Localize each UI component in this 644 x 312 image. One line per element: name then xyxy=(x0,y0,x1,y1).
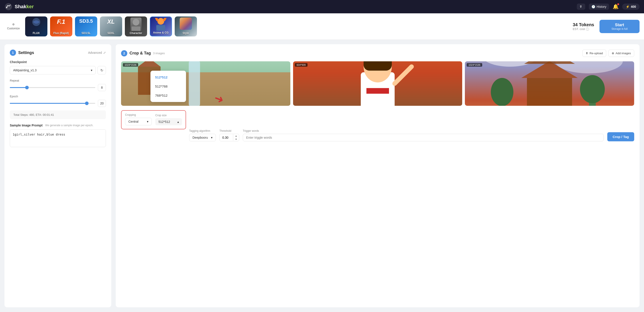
crop-tag-header: 2 Crop & Tag 3 images ⬆ Re-upload ⊕ Add … xyxy=(121,50,634,57)
logo: Shakker xyxy=(4,3,34,11)
model-flux-rapid[interactable]: F.1 Flux (Rapid) xyxy=(50,16,72,36)
sdxl-label: SDXL xyxy=(108,31,114,35)
style-label: Style xyxy=(182,31,189,35)
customize-button[interactable]: ⚙ Customize xyxy=(4,22,22,31)
lightning-icon: ⚡ xyxy=(626,5,630,8)
add-images-button[interactable]: ⊕ Add images xyxy=(608,50,634,57)
cropping-group: Cropping Central ▾ xyxy=(125,113,152,125)
refresh-button[interactable]: ↻ xyxy=(98,66,106,74)
app-name: Shakker xyxy=(15,4,34,9)
step-badge-2: 2 xyxy=(121,50,127,56)
mic-icon: 🎙 xyxy=(580,5,582,8)
threshold-value: 0.30 xyxy=(220,134,233,141)
checkpoint-row: AWpainting_v1.3 ▾ ↻ xyxy=(10,66,106,74)
notification-bell[interactable]: 🔔 xyxy=(612,4,619,9)
repeat-slider-fill xyxy=(10,87,27,88)
crop-tag-button[interactable]: Crop / Tag xyxy=(607,132,634,141)
tagging-select[interactable]: Deepbooru ▾ xyxy=(189,134,216,141)
crop-tag-title-text: Crop & Tag xyxy=(130,51,151,56)
threshold-up-button[interactable]: ▲ xyxy=(233,134,239,138)
full-controls-row: Tagging algorithm Deepbooru ▾ Threshold … xyxy=(121,129,634,141)
start-button[interactable]: Start Storage is full xyxy=(600,20,640,33)
sample-prompt-hint: We generate a sample image per epoch. xyxy=(45,124,94,127)
threshold-down-button[interactable]: ▼ xyxy=(233,138,239,141)
model-flux[interactable]: FLUX xyxy=(25,16,48,36)
chevron-down-icon: ▾ xyxy=(211,136,212,139)
epoch-slider-thumb[interactable] xyxy=(85,102,88,105)
checkpoint-label: Checkpoint xyxy=(10,60,106,64)
image-preview-2 xyxy=(293,61,462,106)
main-content: 1 Settings Advanced ⤢ Checkpoint AWpaint… xyxy=(0,40,644,312)
prompt-textarea[interactable]: 1girl,silver hair,blue dress xyxy=(10,129,106,147)
customize-label: Customize xyxy=(7,27,20,30)
microphone-button[interactable]: 🎙 xyxy=(577,3,585,10)
anime-cg-label: Anime & CG xyxy=(153,31,169,34)
cropping-value: Central xyxy=(128,120,138,123)
crop-size-section: 512*512 512*768 768*512 Cropping Central… xyxy=(121,110,186,129)
crop-tag-label: Crop / Tag xyxy=(612,135,629,139)
image-count-badge: 3 images xyxy=(153,52,165,55)
checkpoint-select[interactable]: AWpainting_v1.3 ▾ xyxy=(10,66,96,74)
repeat-slider-thumb[interactable] xyxy=(25,86,29,89)
svg-marker-23 xyxy=(524,61,575,64)
dropdown-option-512x768[interactable]: 512*768 xyxy=(151,82,186,91)
image-item-2[interactable]: 604*909 xyxy=(293,61,462,106)
cost-start-section: 34 Tokens EST. cost i Start Storage is f… xyxy=(573,20,640,33)
sample-prompt-section: Sample Image Prompt We generate a sample… xyxy=(10,124,106,148)
trigger-words-group: Trigger words xyxy=(243,129,604,141)
epoch-value: 20 xyxy=(98,100,106,107)
settings-title-text: Settings xyxy=(18,50,34,55)
image-label-1: 1024*1536 xyxy=(123,63,138,67)
threshold-label: Threshold xyxy=(220,129,239,133)
svg-rect-21 xyxy=(527,78,572,106)
crop-size-value: 512*512 xyxy=(158,120,170,124)
image-item-3[interactable]: 1024*1536 xyxy=(465,61,634,106)
svg-rect-15 xyxy=(364,61,392,71)
repeat-label: Repeat xyxy=(10,79,106,82)
model-sd35[interactable]: SD3.5 SD3.5L xyxy=(75,16,97,36)
clock-icon: 🕐 xyxy=(592,5,595,8)
model-sdxl[interactable]: XL SDXL xyxy=(100,16,122,36)
sd35-label: SD3.5L xyxy=(82,31,90,35)
model-character[interactable]: Character xyxy=(125,16,147,36)
crop-size-group: Crop size 512*512 ▴ xyxy=(155,114,182,125)
cropping-label: Cropping xyxy=(125,113,152,117)
advanced-button[interactable]: Advanced ⤢ xyxy=(88,51,106,54)
crop-size-select[interactable]: 512*512 ▴ xyxy=(155,118,182,125)
image-item-1[interactable]: 1024*1536 xyxy=(121,61,290,106)
chevron-up-icon: ▴ xyxy=(177,120,179,124)
epoch-slider-track[interactable] xyxy=(10,103,95,104)
threshold-group: Threshold 0.30 ▲ ▼ xyxy=(220,129,239,141)
cropping-select[interactable]: Central ▾ xyxy=(125,118,152,125)
repeat-slider-track[interactable] xyxy=(10,87,95,88)
svg-point-1 xyxy=(6,7,7,8)
crop-controls-inner: Cropping Central ▾ Crop size 512*512 ▴ xyxy=(125,113,182,125)
reupload-button[interactable]: ⬆ Re-upload xyxy=(582,50,606,57)
step-badge-1: 1 xyxy=(10,50,16,56)
model-anime-cg[interactable]: Anime & CG xyxy=(150,16,172,36)
cost-block: 34 Tokens EST. cost i xyxy=(573,22,594,31)
right-actions: ⬆ Re-upload ⊕ Add images xyxy=(582,50,634,57)
advanced-label: Advanced xyxy=(88,51,102,54)
checkpoint-value: AWpainting_v1.3 xyxy=(13,68,36,72)
crop-tag-panel: 2 Crop & Tag 3 images ⬆ Re-upload ⊕ Add … xyxy=(116,44,640,307)
settings-panel: 1 Settings Advanced ⤢ Checkpoint AWpaint… xyxy=(4,44,111,307)
model-style[interactable]: Style xyxy=(175,16,197,36)
image-label-2: 604*909 xyxy=(295,63,308,67)
history-button[interactable]: 🕐 History xyxy=(589,3,609,10)
upload-icon: ⬆ xyxy=(586,52,588,55)
svg-point-0 xyxy=(5,3,12,10)
start-sublabel: Storage is full xyxy=(612,27,628,30)
dropdown-option-768x512[interactable]: 768*512 xyxy=(151,91,186,100)
trigger-words-input[interactable] xyxy=(243,134,604,141)
threshold-arrows: ▲ ▼ xyxy=(233,134,239,141)
tagging-group: Tagging algorithm Deepbooru ▾ xyxy=(189,129,216,141)
crop-size-label: Crop size xyxy=(155,114,182,117)
tokens-button[interactable]: ⚡ 400 xyxy=(622,3,640,10)
tagging-label: Tagging algorithm xyxy=(189,129,216,133)
dropdown-option-512x512[interactable]: 512*512 xyxy=(151,73,186,82)
expand-icon: ⤢ xyxy=(103,51,106,54)
character-label: Character xyxy=(130,31,142,35)
sliders-icon: ⚙ xyxy=(12,23,15,26)
reupload-label: Re-upload xyxy=(590,52,603,55)
